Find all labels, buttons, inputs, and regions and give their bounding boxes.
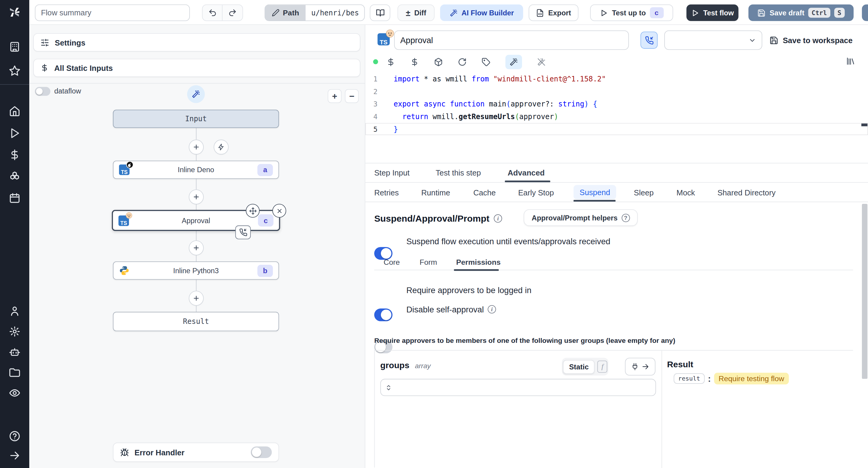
code-line[interactable]: 3export async function main(approver?: s… — [365, 98, 868, 110]
tab-suspend[interactable]: Suspend — [574, 185, 616, 199]
content-scrollbar[interactable] — [862, 204, 867, 379]
flow-node-input[interactable]: Input — [113, 110, 279, 128]
fx-mode-button[interactable]: f — [598, 361, 607, 373]
package-icon[interactable] — [434, 58, 443, 66]
save-to-workspace-button[interactable]: Save to workspace — [770, 32, 852, 49]
schedules-calendar-icon[interactable] — [9, 192, 21, 204]
flow-settings-label: Settings — [55, 38, 85, 47]
assets-dollar-icon[interactable] — [386, 58, 395, 66]
flow-summary-input[interactable] — [35, 4, 190, 21]
flow-node-result[interactable]: Result — [113, 312, 279, 331]
tab-runtime[interactable]: Runtime — [421, 183, 450, 202]
variables-dollar-icon[interactable] — [9, 149, 21, 161]
diff-button[interactable]: ± Diff — [398, 4, 435, 21]
redo-button[interactable] — [222, 5, 242, 21]
tab-retries[interactable]: Retries — [374, 183, 399, 202]
step-name-input[interactable] — [394, 30, 629, 50]
code-line[interactable]: 2 — [365, 85, 868, 98]
export-button[interactable]: Export — [529, 4, 578, 21]
tab-mock[interactable]: Mock — [676, 183, 695, 202]
tag-icon[interactable] — [482, 58, 490, 66]
approval-prompt-helpers-button[interactable]: Approval/Prompt helpers ? — [524, 209, 638, 226]
move-node-handle[interactable] — [246, 204, 260, 218]
error-handler-row[interactable]: Error Handler — [113, 443, 279, 462]
book-open-icon — [375, 8, 384, 17]
active-tab-underline — [574, 200, 616, 202]
undo-button[interactable] — [203, 5, 222, 21]
path-button[interactable]: Path u/henri/bes — [265, 4, 365, 21]
variables-dollar-icon[interactable] — [410, 58, 419, 66]
test-flow-button[interactable]: Test flow — [687, 4, 739, 21]
dataflow-toggle[interactable] — [35, 87, 50, 96]
subtab-core[interactable]: Core — [384, 255, 400, 270]
save-draft-button[interactable]: Save draft Ctrl S — [748, 4, 854, 21]
windmill-logo-icon[interactable] — [8, 5, 21, 19]
suspend-toggle-label: Suspend flow execution until events/appr… — [406, 236, 610, 246]
reload-icon[interactable] — [458, 58, 467, 66]
all-static-inputs-button[interactable]: All Static Inputs — [33, 59, 361, 77]
tab-advanced[interactable]: Advanced — [507, 164, 545, 182]
bug-icon — [120, 448, 129, 457]
info-icon[interactable]: i — [488, 305, 496, 314]
deploy-button-partial[interactable] — [862, 4, 868, 21]
info-icon[interactable]: i — [494, 214, 502, 223]
add-trigger-button[interactable] — [214, 140, 229, 155]
ai-flow-builder-button[interactable]: AI Flow Builder — [440, 4, 523, 21]
resources-boxes-icon[interactable] — [9, 171, 21, 182]
runs-play-icon[interactable] — [9, 127, 21, 139]
subtab-form[interactable]: Form — [420, 255, 437, 270]
error-handler-toggle[interactable] — [251, 446, 272, 458]
approval-emoji-icon — [386, 29, 394, 38]
zoom-out-button[interactable]: − — [345, 89, 359, 103]
code-editor[interactable]: 1import * as wmill from "windmill-client… — [365, 73, 868, 136]
suspend-phone-button[interactable] — [641, 32, 658, 49]
code-line[interactable]: 1import * as wmill from "windmill-client… — [365, 73, 868, 85]
windmill-flow-editor: Path u/henri/bes ± Diff AI Flow Builder … — [0, 0, 868, 468]
home-icon[interactable] — [9, 105, 21, 117]
kbd-s: S — [834, 8, 845, 18]
code-line[interactable]: 4 return wmill.getResumeUrls(approver) — [365, 110, 868, 123]
ai-assistant-wand-icon[interactable] — [505, 55, 522, 69]
connect-input-button[interactable] — [625, 358, 655, 376]
workers-robot-icon[interactable] — [9, 346, 21, 358]
help-circle-icon[interactable] — [9, 430, 21, 442]
groups-array-input[interactable] — [380, 379, 656, 396]
flow-settings-button[interactable]: Settings — [33, 33, 361, 52]
favorites-star-icon[interactable] — [9, 65, 21, 77]
app-sidebar — [0, 0, 29, 468]
settings-gear-icon[interactable] — [9, 326, 21, 338]
diff-pm-icon: ± — [406, 8, 410, 18]
tab-step-input[interactable]: Step Input — [374, 164, 410, 182]
tab-early-stop[interactable]: Early Stop — [518, 183, 554, 202]
require-login-toggle[interactable] — [374, 309, 393, 321]
add-step-button[interactable] — [189, 140, 204, 155]
flow-node-inline-python3[interactable]: Inline Python3 b — [113, 261, 279, 280]
tab-cache[interactable]: Cache — [473, 183, 495, 202]
delete-node-button[interactable] — [273, 204, 286, 218]
user-icon[interactable] — [9, 305, 21, 317]
expand-sidebar-arrow-icon[interactable] — [9, 449, 21, 461]
flow-node-inline-deno[interactable]: TS Inline Deno a — [113, 161, 279, 179]
result-key-badge[interactable]: result — [674, 373, 704, 384]
add-step-button[interactable] — [189, 240, 204, 255]
test-up-to-button[interactable]: Test up to c — [590, 4, 673, 21]
static-mode-button[interactable]: Static — [563, 360, 595, 374]
add-step-button[interactable] — [189, 189, 204, 204]
flow-node-approval-selected[interactable]: TS Approval c — [112, 210, 280, 231]
tab-test-this-step[interactable]: Test this step — [436, 164, 481, 182]
code-line[interactable]: 5} — [365, 123, 868, 136]
tab-shared-directory[interactable]: Shared Directory — [717, 183, 775, 202]
tab-sleep[interactable]: Sleep — [634, 183, 654, 202]
docs-book-button[interactable] — [370, 4, 390, 21]
node-label: Result — [183, 317, 209, 326]
library-icon[interactable] — [846, 56, 855, 66]
workspace-script-select[interactable] — [664, 30, 762, 50]
add-step-button[interactable] — [189, 291, 204, 306]
subtab-permissions[interactable]: Permissions — [456, 255, 500, 270]
ai-off-sparkles-icon[interactable] — [537, 58, 546, 66]
workspace-building-icon[interactable] — [9, 41, 21, 53]
folders-icon[interactable] — [9, 367, 21, 378]
ai-graph-wand-button[interactable] — [187, 85, 205, 103]
audit-eye-icon[interactable] — [9, 387, 21, 399]
zoom-in-button[interactable]: + — [328, 89, 341, 103]
